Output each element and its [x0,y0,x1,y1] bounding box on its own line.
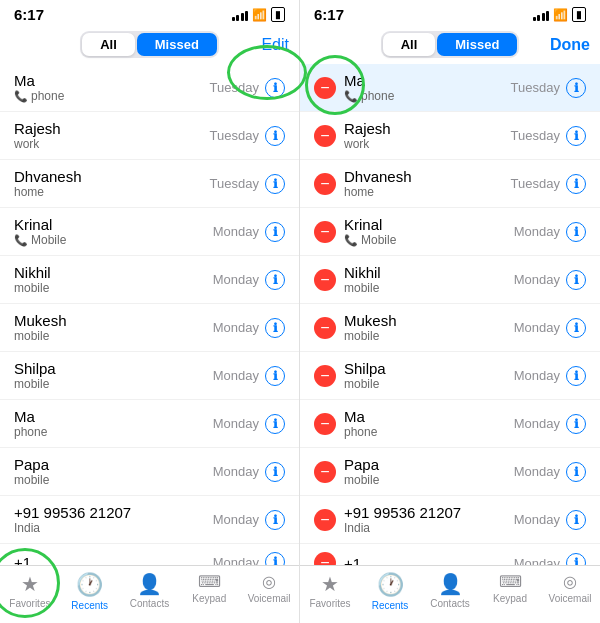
recents-icon: 🕐 [377,572,404,598]
info-button[interactable]: ℹ [566,126,586,146]
call-date: Monday [514,368,560,383]
info-button[interactable]: ℹ [566,510,586,530]
call-type: mobile [14,377,213,391]
info-button[interactable]: ℹ [566,78,586,98]
info-button[interactable]: ℹ [265,126,285,146]
info-button[interactable]: ℹ [265,366,285,386]
tab-recents-left[interactable]: 🕐 Recents [60,572,120,611]
call-item-nikhil-monday[interactable]: Nikhil mobile Monday ℹ [0,256,299,304]
call-name: Dhvanesh [14,168,210,185]
tab-label-favorites: Favorites [9,598,50,609]
call-item-papa-monday[interactable]: Papa mobile Monday ℹ [0,448,299,496]
call-type: phone [344,425,514,439]
info-button[interactable]: ℹ [566,318,586,338]
delete-button-shilpa[interactable]: − [314,365,336,387]
info-button[interactable]: ℹ [265,414,285,434]
info-button[interactable]: ℹ [566,414,586,434]
call-date: Monday [213,464,259,479]
call-item-ma-monday-right[interactable]: − Ma phone Monday ℹ [300,400,600,448]
call-date: Monday [514,320,560,335]
tab-contacts-left[interactable]: 👤 Contacts [120,572,180,611]
delete-button-nikhil[interactable]: − [314,269,336,291]
call-item-shilpa-right[interactable]: − Shilpa mobile Monday ℹ [300,352,600,400]
tab-favorites-left[interactable]: ★ Favorites [0,572,60,611]
tab-bar-right: ★ Favorites 🕐 Recents 👤 Contacts ⌨ Keypa… [300,565,600,623]
call-item-rajesh-right[interactable]: − Rajesh work Tuesday ℹ [300,112,600,160]
phone-icon: 📞 [344,90,358,103]
all-tab-right[interactable]: All [383,33,436,56]
all-tab-left[interactable]: All [82,33,135,56]
call-date: Monday [213,320,259,335]
call-item-91-right[interactable]: − +91 99536 21207 India Monday ℹ [300,496,600,544]
call-item-krinal-monday[interactable]: Krinal 📞Mobile Monday ℹ [0,208,299,256]
info-button[interactable]: ℹ [566,553,586,565]
call-item-plus1-right[interactable]: − +1 Monday ℹ [300,544,600,565]
tab-label-contacts: Contacts [430,598,469,609]
header-right: All Missed Done [300,27,600,64]
call-item-mukesh-monday[interactable]: Mukesh mobile Monday ℹ [0,304,299,352]
info-button[interactable]: ℹ [566,270,586,290]
missed-tab-left[interactable]: Missed [137,33,217,56]
tab-contacts-right[interactable]: 👤 Contacts [420,572,480,611]
info-button[interactable]: ℹ [265,174,285,194]
call-date: Tuesday [511,80,560,95]
signal-bars-left [232,9,249,21]
info-button[interactable]: ℹ [265,78,285,98]
contacts-icon: 👤 [438,572,463,596]
delete-button-plus1[interactable]: − [314,552,336,565]
delete-button-dhvanesh[interactable]: − [314,173,336,195]
delete-button-ma-monday[interactable]: − [314,413,336,435]
keypad-icon: ⌨ [198,572,221,591]
call-item-ma-monday[interactable]: Ma phone Monday ℹ [0,400,299,448]
missed-tab-right[interactable]: Missed [437,33,517,56]
call-item-mukesh-right[interactable]: − Mukesh mobile Monday ℹ [300,304,600,352]
call-item-91-monday[interactable]: +91 99536 21207 India Monday ℹ [0,496,299,544]
call-item-nikhil-right[interactable]: − Nikhil mobile Monday ℹ [300,256,600,304]
info-button[interactable]: ℹ [265,552,285,565]
delete-button-rajesh[interactable]: − [314,125,336,147]
tab-favorites-right[interactable]: ★ Favorites [300,572,360,611]
delete-button-papa[interactable]: − [314,461,336,483]
call-item-ma-tuesday-right[interactable]: − Ma 📞phone Tuesday ℹ [300,64,600,112]
call-item-papa-right[interactable]: − Papa mobile Monday ℹ [300,448,600,496]
delete-button-krinal[interactable]: − [314,221,336,243]
call-type: mobile [14,473,213,487]
done-button-right[interactable]: Done [550,36,590,54]
status-icons-left: 📶 ▮ [232,7,286,22]
call-item-ma-tuesday[interactable]: Ma 📞phone Tuesday ℹ [0,64,299,112]
tab-voicemail-right[interactable]: ◎ Voicemail [540,572,600,611]
delete-button-91[interactable]: − [314,509,336,531]
call-date: Monday [213,416,259,431]
info-button[interactable]: ℹ [265,270,285,290]
signal-bars-right [533,9,550,21]
edit-button-left[interactable]: Edit [261,36,289,54]
call-name: Mukesh [344,312,514,329]
call-item-dhvanesh-tuesday[interactable]: Dhvanesh home Tuesday ℹ [0,160,299,208]
call-item-dhvanesh-right[interactable]: − Dhvanesh home Tuesday ℹ [300,160,600,208]
info-button[interactable]: ℹ [566,222,586,242]
tab-voicemail-left[interactable]: ◎ Voicemail [239,572,299,611]
tab-label-contacts: Contacts [130,598,169,609]
tab-recents-right[interactable]: 🕐 Recents [360,572,420,611]
call-item-plus1-monday[interactable]: +1 Monday ℹ [0,544,299,565]
tab-keypad-right[interactable]: ⌨ Keypad [480,572,540,611]
tab-keypad-left[interactable]: ⌨ Keypad [179,572,239,611]
delete-button-mukesh[interactable]: − [314,317,336,339]
tab-label-voicemail: Voicemail [248,593,291,604]
info-button[interactable]: ℹ [265,462,285,482]
delete-button-ma[interactable]: − [314,77,336,99]
info-button[interactable]: ℹ [265,510,285,530]
wifi-icon-right: 📶 [553,8,568,22]
voicemail-icon: ◎ [563,572,577,591]
call-item-shilpa-monday[interactable]: Shilpa mobile Monday ℹ [0,352,299,400]
info-button[interactable]: ℹ [566,174,586,194]
info-button[interactable]: ℹ [566,366,586,386]
call-name: Dhvanesh [344,168,511,185]
call-item-krinal-right[interactable]: − Krinal 📞Mobile Monday ℹ [300,208,600,256]
info-button[interactable]: ℹ [265,318,285,338]
status-icons-right: 📶 ▮ [533,7,587,22]
tab-bar-left: ★ Favorites 🕐 Recents 👤 Contacts ⌨ Keypa… [0,565,299,623]
info-button[interactable]: ℹ [265,222,285,242]
call-item-rajesh-tuesday[interactable]: Rajesh work Tuesday ℹ [0,112,299,160]
info-button[interactable]: ℹ [566,462,586,482]
